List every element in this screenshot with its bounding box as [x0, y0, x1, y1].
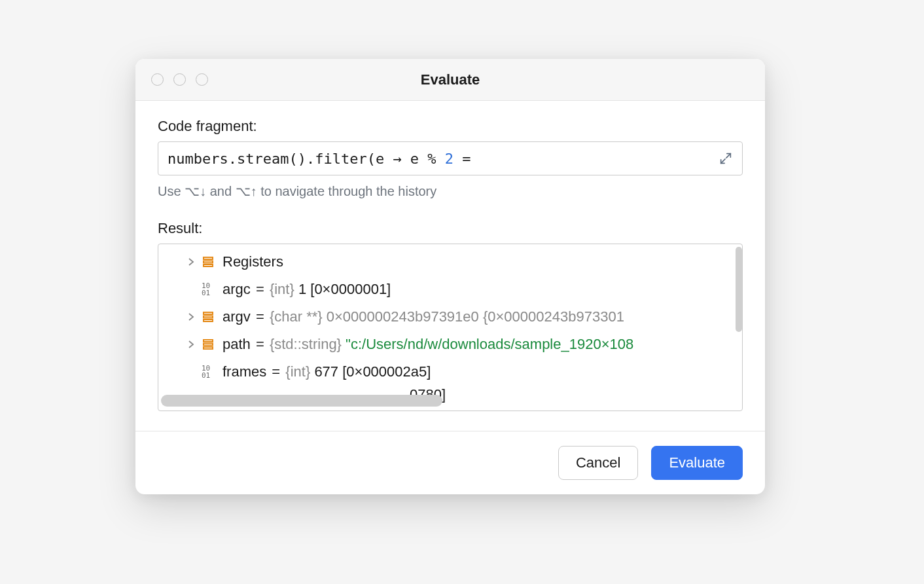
binary-icon: 1001	[199, 365, 217, 379]
svg-rect-3	[204, 312, 213, 314]
result-row[interactable]: Registers	[158, 248, 742, 276]
result-row[interactable]: 1001frames = {int} 677 [0×000002a5]	[158, 358, 742, 386]
chevron-right-icon[interactable]	[183, 258, 199, 266]
row-text: Registers	[222, 253, 283, 270]
binary-icon: 1001	[199, 282, 217, 297]
titlebar[interactable]: Evaluate	[135, 59, 765, 101]
result-scroll[interactable]: Registers1001argc = {int} 1 [0×0000001]a…	[158, 244, 742, 411]
svg-rect-4	[204, 316, 213, 318]
result-tree: Registers1001argc = {int} 1 [0×0000001]a…	[158, 244, 742, 386]
code-fragment-input[interactable]: numbers.stream().filter(e → e % 2 =	[168, 151, 719, 167]
svg-rect-1	[204, 261, 213, 263]
code-fragment-input-row: numbers.stream().filter(e → e % 2 =	[158, 141, 743, 175]
svg-rect-6	[204, 340, 213, 342]
history-hint: Use ⌥↓ and ⌥↑ to navigate through the hi…	[158, 183, 743, 199]
expand-icon[interactable]	[719, 151, 733, 166]
struct-icon	[199, 255, 217, 268]
dialog-title: Evaluate	[135, 71, 765, 88]
row-text: argv = {char **} 0×000000243b97391e0 {0×…	[222, 308, 624, 325]
window-controls	[135, 73, 208, 86]
dialog-footer: Cancel Evaluate	[135, 431, 765, 494]
result-row[interactable]: 1001argc = {int} 1 [0×0000001]	[158, 276, 742, 303]
result-label: Result:	[158, 220, 743, 237]
vertical-scrollbar[interactable]	[736, 247, 742, 332]
struct-icon	[199, 310, 217, 323]
maximize-window-icon[interactable]	[196, 73, 208, 86]
evaluate-button[interactable]: Evaluate	[651, 446, 743, 480]
dialog-content: Code fragment: numbers.stream().filter(e…	[135, 101, 765, 431]
result-box: Registers1001argc = {int} 1 [0×0000001]a…	[158, 244, 743, 411]
svg-rect-7	[204, 344, 213, 346]
cancel-button[interactable]: Cancel	[558, 446, 638, 480]
row-text: path = {std::string} "c:/Users/nd/w/down…	[222, 336, 633, 353]
struct-icon	[199, 338, 217, 351]
code-fragment-label: Code fragment:	[158, 118, 743, 135]
chevron-right-icon[interactable]	[183, 313, 199, 321]
result-row[interactable]: argv = {char **} 0×000000243b97391e0 {0×…	[158, 303, 742, 331]
chevron-right-icon[interactable]	[183, 340, 199, 348]
row-text: frames = {int} 677 [0×000002a5]	[222, 363, 431, 380]
minimize-window-icon[interactable]	[173, 73, 186, 86]
close-window-icon[interactable]	[151, 73, 164, 86]
horizontal-scrollbar[interactable]	[161, 395, 442, 407]
row-text: argc = {int} 1 [0×0000001]	[222, 281, 391, 298]
result-row[interactable]: path = {std::string} "c:/Users/nd/w/down…	[158, 331, 742, 358]
svg-rect-5	[204, 319, 213, 321]
svg-rect-8	[204, 347, 213, 349]
evaluate-dialog: Evaluate Code fragment: numbers.stream()…	[135, 59, 765, 494]
svg-rect-0	[204, 257, 213, 259]
svg-rect-2	[204, 265, 213, 266]
